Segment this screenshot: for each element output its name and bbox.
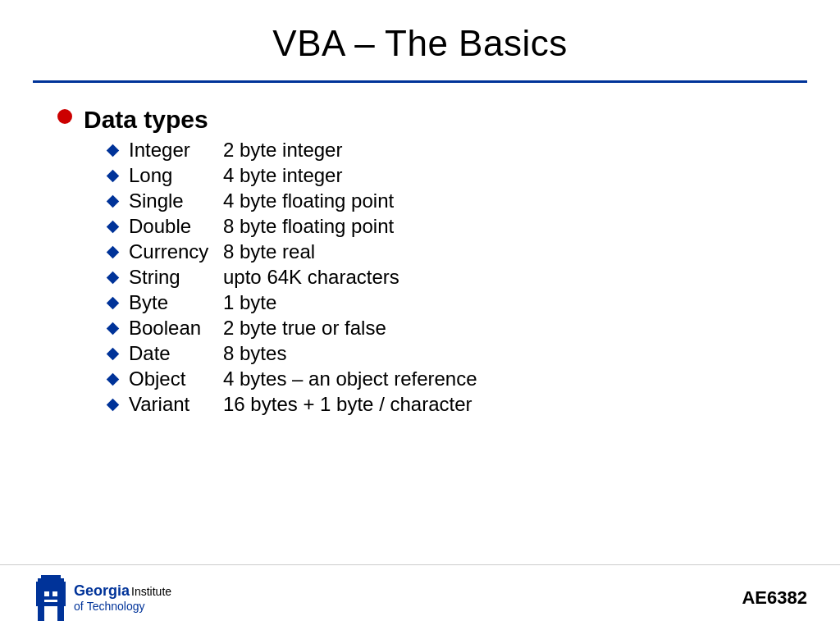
list-item: Single4 byte floating point (108, 189, 807, 212)
svg-rect-4 (57, 606, 64, 621)
list-item: Stringupto 64K characters (108, 266, 807, 289)
list-item: Date8 bytes (108, 342, 807, 365)
logo-of: of (74, 600, 84, 613)
diamond-icon (107, 322, 120, 336)
sub-item-desc: upto 64K characters (223, 266, 399, 289)
logo-institute: Institute (131, 585, 171, 598)
diamond-icon (107, 348, 120, 361)
footer-logo: Georgia Institute of Technology (33, 575, 171, 621)
svg-rect-0 (41, 575, 61, 578)
title-underline (33, 80, 807, 83)
list-item: Currency8 byte real (108, 240, 807, 263)
sub-item-desc: 2 byte integer (223, 139, 342, 162)
sub-item-label: Double (129, 215, 223, 238)
main-bullet-item: Data types (57, 106, 807, 134)
list-item: Long4 byte integer (108, 164, 807, 187)
sub-item-desc: 4 bytes – an object reference (223, 368, 477, 390)
course-code: AE6382 (742, 587, 807, 609)
svg-rect-1 (38, 578, 64, 582)
logo-line2: of Technology (74, 600, 171, 613)
svg-rect-5 (44, 591, 49, 596)
list-item: Boolean2 byte true or false (108, 317, 807, 340)
slide-title: VBA – The Basics (33, 23, 807, 64)
slide-footer: Georgia Institute of Technology AE6382 (0, 564, 840, 630)
main-bullet-dot (57, 109, 72, 124)
sub-item-label: Integer (129, 139, 223, 162)
sub-item-desc: 8 byte real (223, 240, 315, 263)
logo-text-container: Georgia Institute of Technology (74, 582, 171, 613)
svg-rect-7 (44, 600, 57, 602)
sub-item-desc: 8 byte floating point (223, 215, 394, 238)
sub-item-label: Object (129, 368, 223, 390)
title-area: VBA – The Basics (33, 0, 807, 74)
sub-item-label: Date (129, 342, 223, 365)
diamond-icon (107, 144, 120, 158)
diamond-icon (107, 246, 120, 259)
sub-item-label: Single (129, 189, 223, 212)
logo-tech: Technology (87, 600, 145, 613)
logo-georgia: Georgia (74, 582, 130, 600)
sub-item-desc: 16 bytes + 1 byte / character (223, 393, 472, 416)
list-item: Integer2 byte integer (108, 139, 807, 162)
diamond-icon (107, 373, 120, 386)
diamond-icon (107, 170, 120, 183)
sub-item-desc: 8 bytes (223, 342, 286, 365)
slide: VBA – The Basics Data types Integer2 byt… (0, 0, 840, 630)
list-item: Byte1 byte (108, 291, 807, 314)
sub-item-label: Currency (129, 240, 223, 263)
list-item: Variant16 bytes + 1 byte / character (108, 393, 807, 416)
diamond-icon (107, 272, 120, 285)
sub-items-list: Integer2 byte integerLong4 byte integerS… (57, 139, 807, 416)
diamond-icon (107, 195, 120, 208)
diamond-icon (107, 399, 120, 412)
main-bullet-label: Data types (84, 106, 208, 134)
sub-item-label: Boolean (129, 317, 223, 340)
svg-rect-2 (36, 582, 66, 606)
sub-item-label: Variant (129, 393, 223, 416)
sub-item-label: Byte (129, 291, 223, 314)
sub-item-desc: 4 byte integer (223, 164, 342, 187)
list-item: Object4 bytes – an object reference (108, 368, 807, 390)
list-item: Double8 byte floating point (108, 215, 807, 238)
gt-logo-icon (33, 575, 69, 621)
svg-rect-3 (38, 606, 44, 621)
content-area: Data types Integer2 byte integerLong4 by… (33, 98, 807, 416)
svg-rect-6 (52, 591, 57, 596)
sub-item-desc: 1 byte (223, 291, 276, 314)
sub-item-label: String (129, 266, 223, 289)
diamond-icon (107, 221, 120, 234)
sub-item-desc: 2 byte true or false (223, 317, 386, 340)
sub-item-desc: 4 byte floating point (223, 189, 394, 212)
sub-item-label: Long (129, 164, 223, 187)
diamond-icon (107, 297, 120, 310)
logo-line1: Georgia Institute (74, 582, 171, 600)
